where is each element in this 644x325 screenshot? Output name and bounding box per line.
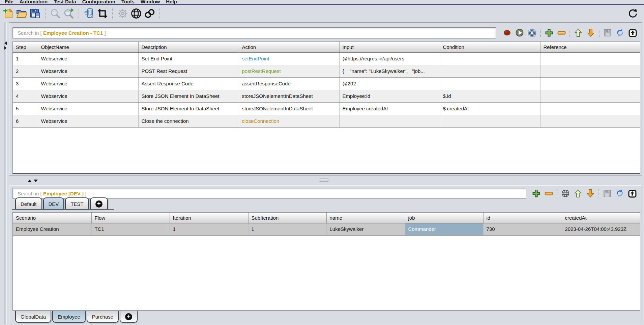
step-cell[interactable]: Webservice xyxy=(38,102,138,115)
menu-window[interactable]: Window xyxy=(138,0,163,4)
step-cell[interactable] xyxy=(540,77,640,90)
column-header-condition[interactable]: Condition xyxy=(440,42,540,52)
debug-button[interactable] xyxy=(528,28,536,37)
column-header-createdat[interactable]: createdAt xyxy=(562,213,640,223)
step-cell[interactable]: Set End Point xyxy=(138,52,239,65)
step-cell[interactable] xyxy=(440,115,540,127)
globe-small-button[interactable] xyxy=(561,189,570,198)
step-cell[interactable] xyxy=(440,65,540,77)
test-step-row-1[interactable]: 1WebserviceSet End PointsetEndPoint@http… xyxy=(13,52,640,65)
step-cell[interactable]: 3 xyxy=(13,77,38,90)
save-disabled-button[interactable] xyxy=(603,28,612,37)
column-header-scenario[interactable]: Scenario xyxy=(13,213,91,223)
data-cell[interactable]: Employee Creation xyxy=(13,223,91,235)
crop-button[interactable] xyxy=(96,6,109,21)
menu-automation[interactable]: Automation xyxy=(17,0,51,4)
zoom-in-button[interactable] xyxy=(62,6,76,21)
data-cell[interactable]: Commander xyxy=(405,223,483,235)
add-tab-button[interactable]: + xyxy=(120,311,138,323)
step-cell[interactable]: assertResponseCode xyxy=(239,77,339,90)
column-header-subiteration[interactable]: SubIteration xyxy=(248,213,326,223)
mobile-device-button[interactable] xyxy=(82,6,96,21)
zoom-out-button[interactable] xyxy=(49,6,62,21)
step-cell[interactable] xyxy=(540,102,640,115)
data-cell[interactable]: LukeSkywalker xyxy=(326,223,405,235)
move-up-button[interactable] xyxy=(574,28,583,37)
step-cell[interactable]: Webservice xyxy=(38,65,138,77)
menu-tools[interactable]: Tools xyxy=(118,0,138,4)
data-cell[interactable]: 1 xyxy=(170,223,248,235)
step-cell[interactable]: storeJSONelementInDataSheet xyxy=(239,102,339,115)
step-cell[interactable]: 4 xyxy=(13,90,38,102)
test-step-row-6[interactable]: 6WebserviceClose the connectioncloseConn… xyxy=(13,115,640,127)
step-cell[interactable] xyxy=(440,77,540,90)
export-button[interactable] xyxy=(628,28,637,37)
step-cell[interactable]: $.id xyxy=(440,90,540,102)
column-header-flow[interactable]: Flow xyxy=(91,213,170,223)
test-step-row-5[interactable]: 5WebserviceStore JSON Element In DataShe… xyxy=(13,102,640,115)
add-tab-button[interactable]: + xyxy=(90,197,108,210)
column-header-objectname[interactable]: ObjectName xyxy=(38,42,138,52)
splitter-collapse-up-icon[interactable] xyxy=(28,180,32,182)
tab-purchase[interactable]: Purchase xyxy=(87,311,119,323)
add-button[interactable] xyxy=(532,189,540,198)
run-button[interactable] xyxy=(515,28,524,37)
test-step-row-2[interactable]: 2WebservicePOST Rest RequestpostRestRequ… xyxy=(13,65,640,77)
save-button[interactable] xyxy=(28,6,42,21)
step-cell[interactable] xyxy=(540,90,640,102)
data-cell[interactable]: 2023-04-26T04:00:43.923Z xyxy=(562,223,640,235)
column-header-id[interactable]: id xyxy=(483,213,562,223)
move-down-button[interactable] xyxy=(586,28,595,37)
step-cell[interactable] xyxy=(339,115,440,127)
step-cell[interactable]: { "name": "LukeSkywalker", "job... xyxy=(339,65,440,77)
tab-test[interactable]: TEST xyxy=(65,197,89,210)
collapse-left-icon[interactable] xyxy=(4,42,7,45)
step-cell[interactable]: setEndPoint xyxy=(239,52,339,65)
settings-gear-button[interactable] xyxy=(116,6,129,21)
step-cell[interactable]: @https://reqres.in/api/users xyxy=(339,52,440,65)
step-cell[interactable]: Store JSON Element In DataSheet xyxy=(138,102,239,115)
step-cell[interactable]: Employee:createdAt xyxy=(339,102,440,115)
data-cell[interactable]: TC1 xyxy=(91,223,170,235)
collapse-right-icon[interactable] xyxy=(4,46,7,50)
step-cell[interactable]: 1 xyxy=(13,52,38,65)
step-cell[interactable]: postRestRequest xyxy=(239,65,339,77)
globe-button[interactable] xyxy=(129,6,143,21)
test-step-row-4[interactable]: 4WebserviceStore JSON Element In DataShe… xyxy=(13,90,640,102)
step-cell[interactable]: $.createdAt xyxy=(440,102,540,115)
tab-default[interactable]: Default xyxy=(15,197,42,210)
step-cell[interactable]: storeJSONelementInDataSheet xyxy=(239,90,339,102)
column-header-input[interactable]: Input xyxy=(339,42,440,52)
step-cell[interactable]: Webservice xyxy=(38,52,138,65)
new-file-button[interactable] xyxy=(1,6,15,21)
splitter-grip[interactable] xyxy=(319,179,329,182)
tab-globaldata[interactable]: GlobalData xyxy=(15,311,51,323)
step-cell[interactable]: 2 xyxy=(13,65,38,77)
column-header-step[interactable]: Step xyxy=(13,42,38,52)
link-button[interactable] xyxy=(143,6,156,21)
step-cell[interactable] xyxy=(440,52,540,65)
sync-button[interactable] xyxy=(616,28,624,37)
remove-button[interactable] xyxy=(557,28,566,37)
data-cell[interactable]: 1 xyxy=(248,223,326,235)
step-cell[interactable]: Assert Response Code xyxy=(138,77,239,90)
step-cell[interactable]: @202 xyxy=(339,77,440,90)
column-header-iteration[interactable]: Iteration xyxy=(170,213,248,223)
record-button[interactable] xyxy=(503,28,511,37)
sync-button[interactable] xyxy=(615,189,624,198)
step-cell[interactable]: Webservice xyxy=(38,90,138,102)
step-cell[interactable]: Close the connection xyxy=(138,115,239,127)
step-cell[interactable] xyxy=(540,52,640,65)
step-cell[interactable] xyxy=(540,115,640,127)
test-step-row-3[interactable]: 3WebserviceAssert Response CodeassertRes… xyxy=(13,77,640,90)
menu-test-data[interactable]: Test Data xyxy=(51,0,79,4)
menu-configuration[interactable]: Configuration xyxy=(79,0,118,4)
step-cell[interactable]: 5 xyxy=(13,102,38,115)
column-header-action[interactable]: Action xyxy=(239,42,339,52)
step-cell[interactable]: Store JSON Element In DataSheet xyxy=(138,90,239,102)
step-cell[interactable]: Webservice xyxy=(38,115,138,127)
add-button[interactable] xyxy=(545,28,553,37)
move-down-button[interactable] xyxy=(586,189,595,198)
remove-button[interactable] xyxy=(544,189,553,198)
save-disabled-button[interactable] xyxy=(603,189,612,198)
